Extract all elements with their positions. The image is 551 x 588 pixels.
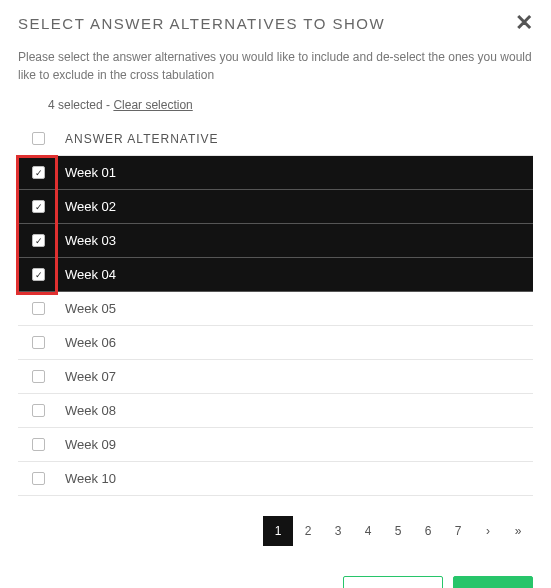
table-row[interactable]: Week 03 (18, 224, 533, 258)
page-number[interactable]: 1 (263, 516, 293, 546)
row-checkbox[interactable] (32, 268, 45, 281)
row-label: Week 07 (65, 369, 116, 384)
column-header: ANSWER ALTERNATIVE (65, 132, 219, 146)
table-row[interactable]: Week 04 (18, 258, 533, 292)
row-checkbox[interactable] (32, 302, 45, 315)
clear-selection-link[interactable]: Clear selection (113, 98, 192, 112)
page-next-icon[interactable]: › (473, 516, 503, 546)
page-number[interactable]: 4 (353, 516, 383, 546)
table-row[interactable]: Week 07 (18, 360, 533, 394)
page-number[interactable]: 7 (443, 516, 473, 546)
table-row[interactable]: Week 10 (18, 462, 533, 496)
table-row[interactable]: Week 01 (18, 156, 533, 190)
row-label: Week 03 (65, 233, 116, 248)
table-row[interactable]: Week 06 (18, 326, 533, 360)
selected-count: 4 selected - (48, 98, 110, 112)
row-checkbox[interactable] (32, 200, 45, 213)
alternatives-table: ANSWER ALTERNATIVE Week 01Week 02Week 03… (18, 122, 533, 496)
close-icon[interactable]: ✕ (515, 12, 533, 34)
row-label: Week 06 (65, 335, 116, 350)
page-number[interactable]: 5 (383, 516, 413, 546)
row-checkbox[interactable] (32, 166, 45, 179)
row-label: Week 05 (65, 301, 116, 316)
table-header-row: ANSWER ALTERNATIVE (18, 122, 533, 156)
table-row[interactable]: Week 09 (18, 428, 533, 462)
pagination: 1234567›» (18, 516, 533, 546)
row-label: Week 02 (65, 199, 116, 214)
row-label: Week 04 (65, 267, 116, 282)
modal-title: SELECT ANSWER ALTERNATIVES TO SHOW (18, 15, 385, 32)
row-checkbox[interactable] (32, 370, 45, 383)
select-all-checkbox[interactable] (32, 132, 45, 145)
row-label: Week 08 (65, 403, 116, 418)
row-label: Week 10 (65, 471, 116, 486)
modal-description: Please select the answer alternatives yo… (18, 48, 533, 84)
row-checkbox[interactable] (32, 336, 45, 349)
row-checkbox[interactable] (32, 404, 45, 417)
row-label: Week 09 (65, 437, 116, 452)
row-checkbox[interactable] (32, 234, 45, 247)
page-last-icon[interactable]: » (503, 516, 533, 546)
page-number[interactable]: 6 (413, 516, 443, 546)
row-checkbox[interactable] (32, 472, 45, 485)
page-number[interactable]: 3 (323, 516, 353, 546)
table-row[interactable]: Week 02 (18, 190, 533, 224)
row-checkbox[interactable] (32, 438, 45, 451)
page-number[interactable]: 2 (293, 516, 323, 546)
cancel-button[interactable]: CANCEL (343, 576, 444, 588)
save-button[interactable]: SAVE (453, 576, 533, 588)
table-row[interactable]: Week 05 (18, 292, 533, 326)
table-row[interactable]: Week 08 (18, 394, 533, 428)
row-label: Week 01 (65, 165, 116, 180)
